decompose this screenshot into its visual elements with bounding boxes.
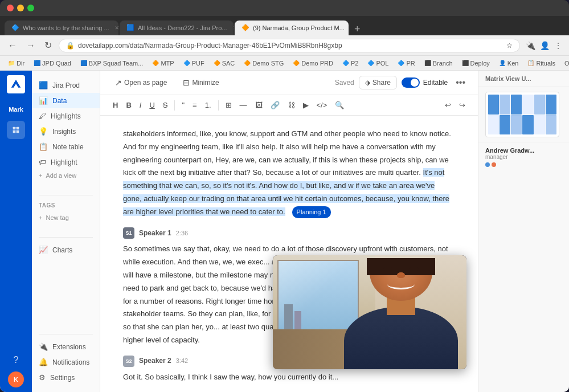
redo-button[interactable]: ↪ — [456, 99, 469, 112]
sidebar-item-data[interactable]: 📊 Data — [32, 93, 100, 108]
toggle-switch[interactable] — [402, 77, 420, 88]
sidebar-item-data-label: Data — [52, 97, 67, 105]
search-editor-button[interactable]: 🔍 — [331, 99, 347, 112]
maximize-window-button[interactable] — [27, 5, 34, 11]
bookmark-sac[interactable]: 🔶 SAC — [210, 59, 239, 68]
bookmark-bxp[interactable]: 🟦 BXP Squad Team... — [77, 59, 147, 68]
link-button[interactable]: 🔗 — [267, 99, 283, 112]
more-options-button[interactable]: ••• — [452, 75, 469, 90]
address-bar[interactable]: 🔒 dovetailapp.com/data/Narmada-Group-Pro… — [59, 39, 520, 52]
bookmark-mtp[interactable]: 🔶 MTP — [149, 59, 177, 68]
sidebar-item-highlights[interactable]: 🖊 Highlights — [32, 108, 100, 124]
atlassian-user-avatar[interactable]: K — [8, 371, 24, 387]
bookmark-bxp-label: BXP Squad Team... — [89, 60, 144, 67]
bookmarks-bar: 📁 Dir 🟦 JPD Quad 🟦 BXP Squad Team... 🔶 M… — [0, 56, 569, 71]
tab2-close[interactable]: × — [233, 24, 234, 32]
profile-icon[interactable]: 👤 — [539, 40, 551, 51]
undo-button[interactable]: ↩ — [441, 99, 455, 112]
insights-icon: 💡 — [39, 127, 48, 136]
sidebar-item-insights[interactable]: 💡 Insights — [32, 124, 100, 139]
sidebar-add-view[interactable]: + Add a view — [32, 170, 100, 181]
person-right-eye — [410, 267, 418, 271]
bookmark-other[interactable]: Other Bookmarks — [561, 59, 569, 68]
rs-header: Matrix View U... — [478, 71, 569, 87]
refresh-button[interactable]: ↻ — [42, 39, 54, 52]
strikethrough-button[interactable]: S — [159, 99, 171, 112]
underline-button[interactable]: U — [146, 99, 158, 112]
table-button[interactable]: ⊞ — [222, 99, 235, 112]
browser-toolbar: ← → ↻ 🔒 dovetailapp.com/data/Narmada-Gro… — [0, 35, 569, 56]
open-as-page-label: Open as page — [124, 79, 167, 87]
browser-tab-1[interactable]: 🔷 Who wants to try the sharing ... × — [5, 21, 118, 35]
code-button[interactable]: </> — [313, 99, 331, 112]
mc-3 — [511, 95, 522, 115]
back-button[interactable]: ← — [6, 39, 19, 52]
image-button[interactable]: 🖼 — [252, 99, 266, 112]
new-tab-button[interactable]: + — [350, 23, 365, 35]
minimize-button[interactable]: ⊟ Minimize — [177, 76, 224, 89]
atlassian-jira-icon[interactable] — [7, 121, 25, 139]
sidebar-item-notetable[interactable]: 📋 Note table — [32, 139, 100, 154]
bookmark-dir[interactable]: 📁 Dir — [5, 59, 28, 68]
sidebar-item-jira[interactable]: 🟦 Jira Prod — [32, 77, 100, 93]
atlassian-logo[interactable] — [7, 75, 25, 93]
forward-button[interactable]: → — [24, 39, 38, 52]
bookmark-ken[interactable]: 👤 Ken — [496, 59, 522, 68]
planning-badge[interactable]: Planning 1 — [292, 206, 331, 219]
menu-icon[interactable]: ⋮ — [553, 40, 563, 51]
sidebar-new-tag[interactable]: + New tag — [32, 212, 100, 223]
document-content[interactable]: stakeholders informed, like, you know, s… — [100, 116, 478, 392]
link2-button[interactable]: ⛓ — [284, 99, 298, 112]
charts-icon: 📈 — [39, 246, 48, 254]
bookmark-pr[interactable]: 🔷 PR — [394, 59, 418, 68]
atlassian-help-icon[interactable]: ? — [7, 351, 25, 369]
bookmark-demoprd[interactable]: 🔶 Demo PRD — [289, 59, 337, 68]
sidebar-item-insights-label: Insights — [52, 128, 76, 136]
other-bookmarks-label: Other Bookmarks — [564, 60, 569, 67]
quote-button[interactable]: " — [178, 99, 188, 112]
editor-toolbar: H B I U S " ≡ 1. ⊞ — 🖼 🔗 ⛓ — [100, 95, 478, 116]
media-button[interactable]: ▶ — [300, 99, 312, 112]
sidebar-item-settings-label: Settings — [50, 374, 75, 382]
bookmark-branch[interactable]: ⬛ Branch — [421, 59, 456, 68]
open-as-page-button[interactable]: ↗ Open as page — [109, 76, 173, 89]
address-text: dovetailapp.com/data/Narmada-Group-Produ… — [78, 42, 503, 50]
italic-button[interactable]: I — [136, 99, 145, 112]
bookmark-puf[interactable]: 🔷 PUF — [180, 59, 208, 68]
minimize-window-button[interactable] — [17, 5, 24, 11]
sidebar-item-extensions[interactable]: 🔌 Extensions — [32, 339, 100, 354]
tab1-favicon: 🔷 — [11, 24, 19, 32]
sidebar-item-charts[interactable]: 📈 Charts — [32, 242, 100, 258]
highlight2-icon: 🏷 — [39, 158, 46, 166]
share-button[interactable]: ⬗ Share — [359, 76, 397, 89]
browser-tab-2[interactable]: 🟦 All Ideas - Demo222 - Jira Pro... × — [120, 21, 234, 35]
browser-tab-3[interactable]: 🔶 (9) Narmada, Group Product M... × — [235, 21, 349, 35]
nav-section-charts: 📈 Charts — [32, 242, 100, 258]
sidebar-item-notifications[interactable]: 🔔 Notifications — [32, 354, 100, 370]
bold-button[interactable]: B — [122, 99, 134, 112]
pr-icon: 🔷 — [398, 60, 404, 66]
bookmark-demostg[interactable]: 🔶 Demo STG — [240, 59, 287, 68]
sidebar-item-notetable-label: Note table — [52, 143, 84, 151]
bullet-list-button[interactable]: ≡ — [189, 99, 200, 112]
notifications-icon: 🔔 — [39, 358, 48, 366]
bookmark-rituals[interactable]: 📋 Rituals — [524, 59, 559, 68]
extensions-icon[interactable]: 🔌 — [525, 40, 537, 51]
sidebar-item-settings[interactable]: ⚙ Settings — [32, 370, 100, 385]
bookmark-pol[interactable]: 🔷 POL — [364, 59, 392, 68]
speaker1-badge: S1 — [123, 227, 134, 239]
p2-icon: 🔷 — [342, 60, 349, 66]
editable-toggle[interactable]: Editable — [402, 77, 448, 88]
heading-button[interactable]: H — [109, 99, 121, 112]
bookmark-p2[interactable]: 🔷 P2 — [339, 59, 362, 68]
ordered-list-button[interactable]: 1. — [202, 99, 215, 112]
close-window-button[interactable] — [7, 5, 14, 11]
tab1-close[interactable]: × — [115, 24, 118, 32]
bookmark-deploy[interactable]: ⬛ Deploy — [459, 59, 493, 68]
star-icon[interactable]: ☆ — [506, 42, 513, 50]
divider-button[interactable]: — — [236, 99, 251, 112]
bookmark-jpd[interactable]: 🟦 JPD Quad — [30, 59, 75, 68]
nav-divider — [39, 195, 93, 195]
atlassian-mark-icon[interactable]: Mark — [7, 100, 25, 119]
sidebar-item-highlight2[interactable]: 🏷 Highlight — [32, 154, 100, 170]
